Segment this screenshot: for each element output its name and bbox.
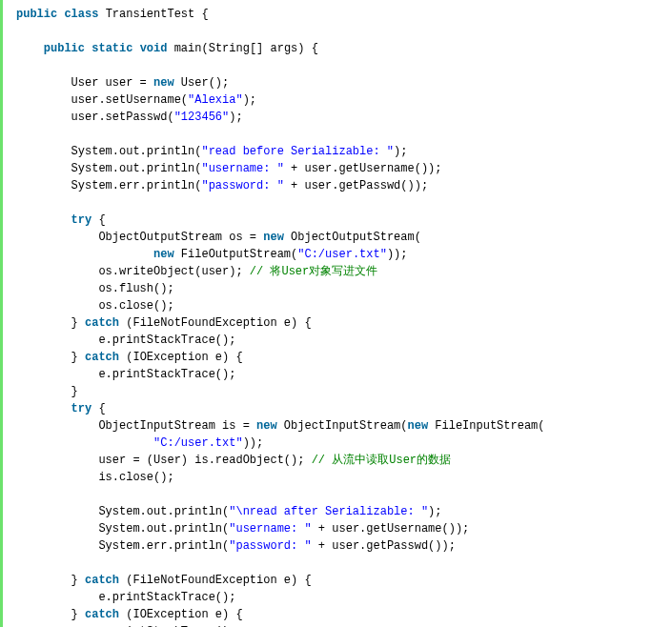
kw-catch: catch	[85, 351, 119, 364]
string: "password: "	[201, 179, 283, 192]
text: System.out.println(	[16, 162, 201, 175]
kw-static: static	[92, 42, 132, 55]
text: main(String[] args) {	[167, 42, 317, 55]
string: "C:/user.txt"	[297, 248, 387, 261]
text: (FileNotFoundException e) {	[119, 574, 312, 587]
text: System.out.println(	[16, 522, 229, 536]
string: "C:/user.txt"	[153, 436, 243, 450]
text: );	[229, 111, 242, 124]
text	[16, 436, 153, 450]
text: e.printStackTrace();	[16, 368, 235, 381]
kw-new: new	[256, 419, 277, 433]
text: );	[394, 145, 407, 158]
text: User();	[174, 76, 230, 90]
string: "123456"	[174, 111, 230, 124]
kw-catch: catch	[85, 608, 119, 621]
text: + user.getUsername());	[284, 162, 442, 175]
string: "password: "	[229, 539, 311, 553]
text: + user.getUsername());	[312, 522, 470, 536]
text: ObjectOutputStream os =	[16, 231, 263, 244]
text: (FileNotFoundException e) {	[119, 316, 312, 330]
kw-public: public	[44, 42, 85, 55]
text: (IOException e) {	[119, 608, 243, 621]
text: (IOException e) {	[119, 351, 243, 364]
kw-try: try	[71, 213, 92, 227]
string: "\nread after Serializable: "	[229, 505, 428, 518]
comment: // 将User对象写进文件	[250, 265, 377, 278]
text: ));	[243, 436, 264, 450]
string: "read before Serializable: "	[201, 145, 394, 158]
text: }	[16, 574, 85, 587]
comment: // 从流中读取User的数据	[312, 454, 451, 467]
text: {	[92, 213, 105, 227]
text	[16, 248, 153, 261]
kw-new: new	[153, 248, 174, 261]
text: System.err.println(	[16, 539, 229, 553]
text: is.close();	[16, 471, 174, 484]
text: os.flush();	[16, 282, 174, 295]
kw-catch: catch	[85, 574, 119, 587]
text: user.setUsername(	[16, 93, 188, 107]
kw-catch: catch	[85, 316, 119, 330]
text: ObjectInputStream is =	[16, 419, 256, 433]
text: );	[428, 505, 441, 518]
text: ObjectInputStream(	[277, 419, 408, 433]
text: + user.getPasswd());	[284, 179, 428, 192]
text: user.setPasswd(	[16, 111, 174, 124]
text: }	[16, 608, 85, 621]
text: }	[16, 385, 78, 398]
kw-try: try	[71, 402, 92, 415]
kw-public: public	[16, 8, 57, 21]
text: ));	[387, 248, 408, 261]
text: FileOutputStream(	[174, 248, 298, 261]
kw-new: new	[407, 419, 428, 433]
string: "username: "	[201, 162, 283, 175]
text: System.err.println(	[16, 179, 201, 192]
text: os.close();	[16, 299, 174, 313]
kw-new: new	[153, 76, 174, 90]
text: System.out.println(	[16, 505, 229, 518]
text: + user.getPasswd());	[312, 539, 456, 553]
text: TransientTest {	[98, 8, 208, 21]
kw-class: class	[64, 8, 98, 21]
text: FileInputStream(	[428, 419, 544, 433]
text: );	[243, 93, 256, 107]
text: {	[92, 402, 105, 415]
text: }	[16, 316, 85, 330]
text: User user =	[16, 76, 153, 90]
text: System.out.println(	[16, 145, 201, 158]
string: "username: "	[229, 522, 311, 536]
text: }	[16, 351, 85, 364]
text: os.writeObject(user);	[16, 265, 250, 278]
text: ObjectOutputStream(	[284, 231, 421, 244]
code-block: public class TransientTest { public stat…	[0, 0, 672, 627]
text: e.printStackTrace();	[16, 591, 235, 604]
kw-void: void	[140, 42, 168, 55]
text: e.printStackTrace();	[16, 334, 235, 347]
string: "Alexia"	[188, 93, 243, 107]
kw-new: new	[263, 231, 284, 244]
text: user = (User) is.readObject();	[16, 454, 312, 467]
